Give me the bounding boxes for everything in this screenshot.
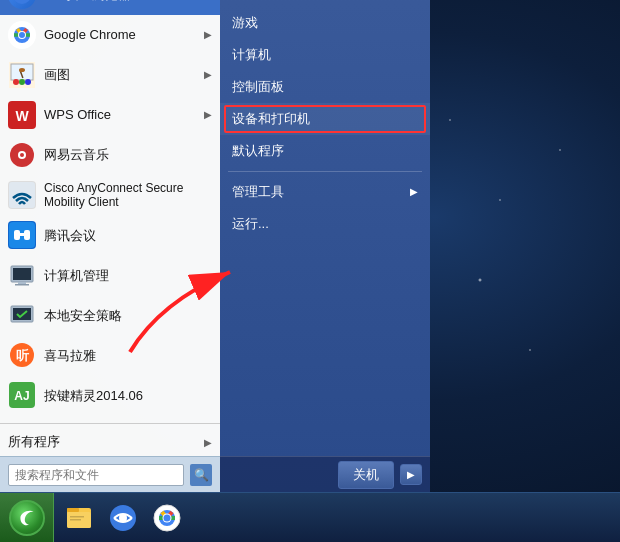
shutdown-row: 关机 ▶ — [220, 456, 430, 492]
arrow-wps: ▶ — [204, 109, 212, 120]
menu-item-security[interactable]: 本地安全策略 — [0, 295, 220, 335]
svg-point-10 — [25, 79, 31, 85]
icon-chrome — [8, 21, 36, 49]
label-wps: WPS Office — [44, 107, 111, 123]
svg-rect-25 — [18, 282, 26, 284]
icon-music — [8, 141, 36, 169]
label-devices-printers: 设备和打印机 — [232, 110, 310, 128]
menu-item-himalaya[interactable]: 听 喜马拉雅 — [0, 335, 220, 375]
icon-security — [8, 301, 36, 329]
label-security: 本地安全策略 — [44, 308, 122, 324]
search-button[interactable]: 🔍 — [190, 464, 212, 486]
svg-point-0 — [13, 0, 31, 4]
svg-point-44 — [164, 514, 171, 521]
right-item-devices-printers[interactable]: 设备和打印机 — [220, 103, 430, 135]
label-music: 网易云音乐 — [44, 147, 109, 163]
label-paint: 画图 — [44, 67, 70, 83]
right-menu-items: 音乐 游戏 计算机 控制面板 设备和打印机 默认程序 — [220, 0, 430, 456]
start-menu-items: 360安全浏览器 Google Ch — [0, 0, 220, 419]
menu-item-anjian[interactable]: AJ 按键精灵2014.06 — [0, 375, 220, 415]
svg-point-40 — [119, 514, 127, 522]
start-menu: 360安全浏览器 Google Ch — [0, 0, 430, 492]
start-button[interactable] — [0, 493, 54, 543]
icon-paint — [8, 61, 36, 89]
svg-point-17 — [20, 153, 24, 157]
label-computer-mgmt: 计算机管理 — [44, 268, 109, 284]
right-item-run[interactable]: 运行... — [220, 208, 430, 240]
label-chrome: Google Chrome — [44, 27, 136, 43]
right-item-default-programs[interactable]: 默认程序 — [220, 135, 430, 167]
svg-rect-38 — [70, 519, 81, 521]
taskbar-icon-chrome[interactable] — [146, 496, 188, 540]
svg-point-9 — [19, 79, 25, 85]
label-tencent: 腾讯会议 — [44, 228, 96, 244]
icon-anjian: AJ — [8, 381, 36, 409]
all-programs-row[interactable]: 所有程序 ▶ — [0, 428, 220, 456]
menu-item-chrome[interactable]: Google Chrome ▶ — [0, 15, 220, 55]
svg-rect-22 — [18, 233, 26, 236]
svg-point-5 — [19, 32, 25, 38]
menu-item-computer-mgmt[interactable]: 计算机管理 — [0, 255, 220, 295]
label-right-computer: 计算机 — [232, 46, 271, 64]
taskbar-icon-360[interactable] — [102, 496, 144, 540]
label-360: 360安全浏览器 — [44, 0, 131, 2]
right-item-computer[interactable]: 计算机 — [220, 39, 430, 71]
taskbar-icon-file[interactable] — [58, 496, 100, 540]
svg-text:听: 听 — [16, 348, 30, 363]
taskbar-icons — [54, 493, 192, 542]
arrow-chrome: ▶ — [204, 29, 212, 40]
icon-wps: W — [8, 101, 36, 129]
svg-rect-24 — [13, 268, 31, 280]
menu-item-cisco[interactable]: Cisco AnyConnect SecureMobility Client — [0, 175, 220, 216]
menu-item-360[interactable]: 360安全浏览器 — [0, 0, 220, 15]
arrow-paint: ▶ — [204, 69, 212, 80]
menu-item-music[interactable]: 网易云音乐 — [0, 135, 220, 175]
icon-himalaya: 听 — [8, 341, 36, 369]
all-programs-label: 所有程序 — [8, 434, 60, 450]
label-himalaya: 喜马拉雅 — [44, 348, 96, 364]
label-anjian: 按键精灵2014.06 — [44, 388, 143, 404]
menu-separator — [0, 423, 220, 424]
start-menu-left: 360安全浏览器 Google Ch — [0, 0, 220, 492]
label-control-panel: 控制面板 — [232, 78, 284, 96]
svg-rect-35 — [67, 508, 79, 512]
all-programs-arrow: ▶ — [204, 437, 212, 448]
icon-cisco — [8, 181, 36, 209]
icon-computer-mgmt — [8, 261, 36, 289]
shutdown-arrow-button[interactable]: ▶ — [400, 464, 422, 485]
svg-rect-37 — [70, 516, 84, 518]
svg-rect-26 — [15, 284, 29, 286]
icon-360-browser — [8, 0, 36, 9]
desktop: 360安全浏览器 Google Ch — [0, 0, 620, 542]
svg-point-12 — [19, 68, 25, 72]
label-run: 运行... — [232, 215, 269, 233]
label-right-games: 游戏 — [232, 14, 258, 32]
menu-item-wps[interactable]: W WPS Office ▶ — [0, 95, 220, 135]
icon-tencent — [8, 221, 36, 249]
menu-item-paint[interactable]: 画图 ▶ — [0, 55, 220, 95]
right-item-admin-tools[interactable]: 管理工具 ▶ — [220, 176, 430, 208]
search-input[interactable] — [8, 464, 184, 486]
svg-text:AJ: AJ — [14, 389, 29, 403]
shutdown-button[interactable]: 关机 — [338, 461, 394, 489]
search-bar: 🔍 — [0, 456, 220, 492]
label-default-programs: 默认程序 — [232, 142, 284, 160]
start-menu-right: 音乐 游戏 计算机 控制面板 设备和打印机 默认程序 — [220, 0, 430, 492]
taskbar — [0, 492, 620, 542]
svg-point-8 — [13, 79, 19, 85]
right-separator — [228, 171, 422, 172]
menu-item-tencent[interactable]: 腾讯会议 — [0, 215, 220, 255]
start-orb — [9, 500, 45, 536]
right-item-music[interactable]: 音乐 — [220, 0, 430, 7]
right-item-games[interactable]: 游戏 — [220, 7, 430, 39]
svg-text:W: W — [15, 108, 29, 124]
right-item-control-panel[interactable]: 控制面板 — [220, 71, 430, 103]
label-admin-tools: 管理工具 — [232, 183, 284, 201]
arrow-admin-tools: ▶ — [410, 186, 418, 197]
label-cisco: Cisco AnyConnect SecureMobility Client — [44, 181, 183, 210]
